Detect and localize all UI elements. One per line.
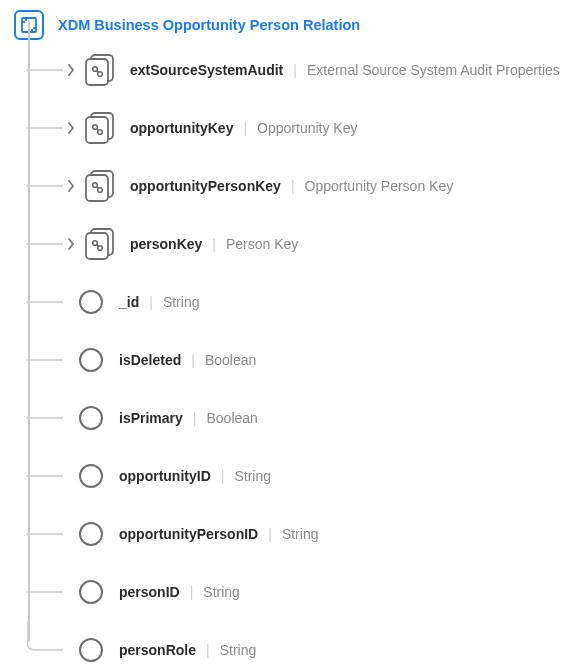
tree-connector <box>27 243 63 247</box>
separator: | <box>191 352 195 368</box>
tree-connector <box>27 127 63 131</box>
tree-connector <box>27 417 63 421</box>
schema-tree: XDM Business Opportunity Person Relation… <box>0 0 566 672</box>
chevron-right-icon[interactable] <box>64 121 78 135</box>
object-icon <box>82 111 116 145</box>
tree-connector <box>27 591 63 595</box>
circle-icon <box>79 464 103 488</box>
separator: | <box>212 236 216 252</box>
separator: | <box>193 410 197 426</box>
chevron-right-icon[interactable] <box>64 63 78 77</box>
circle-icon <box>79 348 103 372</box>
field-name: opportunityID <box>119 468 211 484</box>
circle-icon <box>79 580 103 604</box>
tree-connector <box>27 185 63 189</box>
field-personKey[interactable]: personKey|Person Key <box>28 215 566 273</box>
tree-connector <box>27 475 63 479</box>
tree-connector <box>27 301 63 305</box>
field-personID: personID|String <box>28 563 566 621</box>
separator: | <box>291 178 295 194</box>
circle-icon <box>79 522 103 546</box>
tree-connector <box>27 621 63 672</box>
field-name: extSourceSystemAudit <box>130 62 283 78</box>
circle-icon <box>79 406 103 430</box>
object-icon <box>82 227 116 261</box>
field-type: String <box>282 526 319 542</box>
children-container: extSourceSystemAudit|External Source Sys… <box>28 40 566 672</box>
circle-icon <box>79 638 103 662</box>
separator: | <box>149 294 153 310</box>
field-type: String <box>203 584 240 600</box>
field-name: opportunityPersonID <box>119 526 258 542</box>
field-name: personRole <box>119 642 196 658</box>
tree-connector <box>27 359 63 363</box>
root-title: XDM Business Opportunity Person Relation <box>58 17 360 33</box>
chevron-right-icon[interactable] <box>64 237 78 251</box>
separator: | <box>206 642 210 658</box>
field-extSourceSystemAudit[interactable]: extSourceSystemAudit|External Source Sys… <box>28 41 566 99</box>
field-name: isPrimary <box>119 410 183 426</box>
field-type: String <box>234 468 271 484</box>
field-name: personKey <box>130 236 202 252</box>
field-name: opportunityPersonKey <box>130 178 281 194</box>
tree-connector <box>27 533 63 537</box>
separator: | <box>268 526 272 542</box>
field-name: personID <box>119 584 180 600</box>
field-type: Boolean <box>205 352 256 368</box>
field-type: External Source System Audit Properties <box>307 62 560 78</box>
object-icon <box>82 53 116 87</box>
root-node[interactable]: XDM Business Opportunity Person Relation <box>14 10 566 40</box>
field-type: Person Key <box>226 236 298 252</box>
object-icon <box>82 169 116 203</box>
field-type: Opportunity Person Key <box>305 178 454 194</box>
field-name: _id <box>119 294 139 310</box>
field-opportunityPersonKey[interactable]: opportunityPersonKey|Opportunity Person … <box>28 157 566 215</box>
field-type: Opportunity Key <box>257 120 357 136</box>
field-isPrimary: isPrimary|Boolean <box>28 389 566 447</box>
field-name: isDeleted <box>119 352 181 368</box>
field-isDeleted: isDeleted|Boolean <box>28 331 566 389</box>
field-opportunityPersonID: opportunityPersonID|String <box>28 505 566 563</box>
field-personRole: personRole|String <box>28 621 566 672</box>
chevron-right-icon[interactable] <box>64 179 78 193</box>
separator: | <box>243 120 247 136</box>
field-type: String <box>163 294 200 310</box>
circle-icon <box>79 290 103 314</box>
tree-connector <box>27 69 63 73</box>
field-name: opportunityKey <box>130 120 233 136</box>
field-opportunityKey[interactable]: opportunityKey|Opportunity Key <box>28 99 566 157</box>
separator: | <box>190 584 194 600</box>
field-type: Boolean <box>206 410 257 426</box>
field-opportunityID: opportunityID|String <box>28 447 566 505</box>
separator: | <box>293 62 297 78</box>
field-_id: _id|String <box>28 273 566 331</box>
separator: | <box>221 468 225 484</box>
field-type: String <box>220 642 257 658</box>
